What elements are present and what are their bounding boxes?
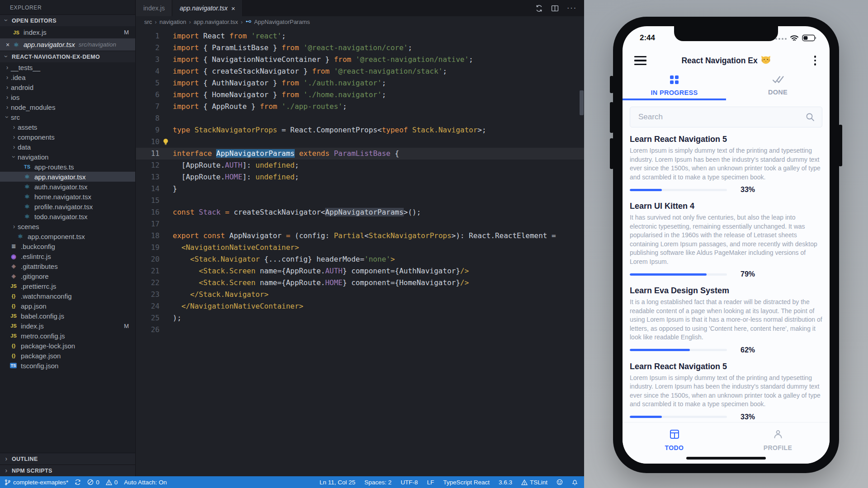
overflow-menu-icon[interactable] xyxy=(814,56,816,66)
code-line-10[interactable]: 10 xyxy=(136,136,584,148)
file-home.navigator.tsx[interactable]: ⚛home.navigator.tsx xyxy=(0,192,135,202)
file-app.json[interactable]: {}app.json xyxy=(0,301,135,311)
code-line-20[interactable]: 20 <Stack.Navigator {...config} headerMo… xyxy=(136,253,584,265)
file-.gitattributes[interactable]: ◈.gitattributes xyxy=(0,261,135,271)
menu-icon[interactable] xyxy=(634,56,646,66)
search-box[interactable] xyxy=(630,107,822,127)
status-item-utf-8[interactable]: UTF-8 xyxy=(401,479,418,486)
code-line-6[interactable]: 6import { HomeNavigator } from './home.n… xyxy=(136,89,584,101)
file-package-lock.json[interactable]: {}package-lock.json xyxy=(0,341,135,351)
code-line-14[interactable]: 14} xyxy=(136,183,584,195)
file-app.navigator.tsx[interactable]: ⚛app.navigator.tsx xyxy=(0,172,135,182)
todo-item-1[interactable]: Learn React Navigation 5Lorem Ipsum is s… xyxy=(630,135,822,194)
editor-scrollbar[interactable] xyxy=(580,90,584,115)
code-line-16[interactable]: 16const Stack = createStackNavigator<App… xyxy=(136,206,584,218)
code-line-11[interactable]: 11interface AppNavigatorParams extends P… xyxy=(136,148,584,160)
code-line-13[interactable]: 13 [AppRoute.HOME]: undefined; xyxy=(136,171,584,183)
file-.idea[interactable]: ›.idea xyxy=(0,72,135,82)
todo-item-3[interactable]: Learn Eva Design SystemIt is a long esta… xyxy=(630,286,822,354)
code-viewport[interactable]: 1import React from 'react';2import { Par… xyxy=(136,28,584,336)
status-item-tslint[interactable]: TSLint xyxy=(521,479,547,486)
todo-item-4[interactable]: Learn React Navigation 5Lorem Ipsum is s… xyxy=(630,362,822,421)
breadcrumb-navigation[interactable]: navigation xyxy=(160,19,186,25)
file-.prettierrc.js[interactable]: JS.prettierrc.js xyxy=(0,281,135,291)
status-item-sync-icon[interactable] xyxy=(75,479,81,485)
sync-editors-icon[interactable] xyxy=(535,5,543,12)
status-item-typescript-react[interactable]: TypeScript React xyxy=(443,479,490,486)
status-item-lf[interactable]: LF xyxy=(427,479,434,486)
file-components[interactable]: ›components xyxy=(0,132,135,142)
code-line-15[interactable]: 15 xyxy=(136,195,584,206)
code-line-3[interactable]: 3import { NavigationNativeContainer } fr… xyxy=(136,54,584,66)
project-root-header[interactable]: › REACT-NAVIGATION-EX-DEMO xyxy=(0,51,135,62)
code-line-8[interactable]: 8 xyxy=(136,113,584,124)
outline-section-header[interactable]: › OUTLINE xyxy=(0,453,135,465)
code-line-19[interactable]: 19 <NavigationNativeContainer> xyxy=(136,242,584,253)
file-navigation[interactable]: ›navigation xyxy=(0,152,135,162)
status-item-spaces-2[interactable]: Spaces: 2 xyxy=(364,479,392,486)
file-index.js[interactable]: JSindex.jsM xyxy=(0,321,135,331)
code-line-4[interactable]: 4import { createStackNavigator } from '@… xyxy=(136,66,584,77)
file-ios[interactable]: ›ios xyxy=(0,92,135,102)
status-item-0[interactable]: 0 xyxy=(87,479,99,486)
status-item-smiley-icon[interactable] xyxy=(557,479,563,485)
tab-app-navigator-tsx[interactable]: app.navigator.tsx × xyxy=(172,0,243,16)
code-line-25[interactable]: 25); xyxy=(136,312,584,324)
file-node_modules[interactable]: ›node_modules xyxy=(0,102,135,112)
status-item-auto-attach-on[interactable]: Auto Attach: On xyxy=(124,479,167,486)
code-line-7[interactable]: 7import { AppRoute } from './app-routes'… xyxy=(136,101,584,113)
status-item-ln-11-col-25[interactable]: Ln 11, Col 25 xyxy=(320,479,355,486)
file-auth.navigator.tsx[interactable]: ⚛auth.navigator.tsx xyxy=(0,182,135,192)
status-item-0[interactable]: 0 xyxy=(106,479,118,486)
file-__tests__[interactable]: ›__tests__ xyxy=(0,62,135,72)
breadcrumb-symbol[interactable]: AppNavigatorParams xyxy=(254,19,310,25)
code-line-23[interactable]: 23 </Stack.Navigator> xyxy=(136,289,584,300)
code-line-1[interactable]: 1import React from 'react'; xyxy=(136,30,584,42)
file-scenes[interactable]: ›scenes xyxy=(0,221,135,231)
file-profile.navigator.tsx[interactable]: ⚛profile.navigator.tsx xyxy=(0,202,135,211)
open-editor-app.navigator.tsx[interactable]: ×⚛app.navigator.tsxsrc/navigation xyxy=(0,38,135,51)
code-line-24[interactable]: 24 </NavigationNativeContainer> xyxy=(136,300,584,312)
search-input[interactable] xyxy=(630,113,805,122)
file-assets[interactable]: ›assets xyxy=(0,122,135,132)
code-line-22[interactable]: 22 <Stack.Screen name={AppRoute.HOME} co… xyxy=(136,277,584,289)
close-icon[interactable]: × xyxy=(231,5,236,12)
status-item-3-6-3[interactable]: 3.6.3 xyxy=(499,479,512,486)
code-line-5[interactable]: 5import { AuthNavigator } from './auth.n… xyxy=(136,77,584,89)
tab-in-progress[interactable]: IN PROGRESS xyxy=(623,73,726,100)
close-icon[interactable]: × xyxy=(4,41,12,48)
todo-item-2[interactable]: Learn UI Kitten 4It has survived not onl… xyxy=(630,202,822,278)
code-line-26[interactable]: 26 xyxy=(136,324,584,336)
file-app.component.tsx[interactable]: ⚛app.component.tsx xyxy=(0,231,135,241)
status-item-complete-exmaples-[interactable]: complete-exmaples* xyxy=(5,479,68,486)
file-metro.config.js[interactable]: JSmetro.config.js xyxy=(0,331,135,341)
file-todo.navigator.tsx[interactable]: ⚛todo.navigator.tsx xyxy=(0,211,135,221)
todo-list[interactable]: Learn React Navigation 5Lorem Ipsum is s… xyxy=(630,135,822,422)
code-line-17[interactable]: 17 xyxy=(136,218,584,230)
file-package.json[interactable]: {}package.json xyxy=(0,351,135,361)
tab-done[interactable]: DONE xyxy=(726,73,830,100)
file-android[interactable]: ›android xyxy=(0,82,135,92)
file-src[interactable]: ›src xyxy=(0,112,135,122)
breadcrumb-src[interactable]: src xyxy=(144,19,152,25)
code-line-21[interactable]: 21 <Stack.Screen name={AppRoute.AUTH} co… xyxy=(136,265,584,277)
code-line-2[interactable]: 2import { ParamListBase } from '@react-n… xyxy=(136,42,584,54)
code-line-9[interactable]: 9type StackNavigatorProps = React.Compon… xyxy=(136,124,584,136)
breadcrumb-file[interactable]: app.navigator.tsx xyxy=(193,19,238,25)
file-data[interactable]: ›data xyxy=(0,142,135,152)
home-indicator[interactable] xyxy=(686,457,766,460)
status-item-bell-icon[interactable] xyxy=(572,479,578,485)
file-tsconfig.json[interactable]: TStsconfig.json xyxy=(0,361,135,371)
code-line-18[interactable]: 18export const AppNavigator = (config: P… xyxy=(136,230,584,242)
open-editors-header[interactable]: › OPEN EDITORS xyxy=(0,14,135,26)
file-.gitignore[interactable]: ◈.gitignore xyxy=(0,271,135,281)
split-editor-icon[interactable] xyxy=(551,5,559,12)
tab-index-js[interactable]: index.js xyxy=(136,0,172,16)
more-actions-icon[interactable]: ··· xyxy=(567,4,577,12)
open-editor-index.js[interactable]: JSindex.jsM xyxy=(0,26,135,38)
file-.watchmanconfig[interactable]: {}.watchmanconfig xyxy=(0,291,135,301)
npm-scripts-section-header[interactable]: › NPM SCRIPTS xyxy=(0,465,135,476)
file-babel.config.js[interactable]: JSbabel.config.js xyxy=(0,311,135,321)
code-line-12[interactable]: 12 [AppRoute.AUTH]: undefined; xyxy=(136,160,584,171)
file-.eslintrc.js[interactable]: ◉.eslintrc.js xyxy=(0,251,135,261)
